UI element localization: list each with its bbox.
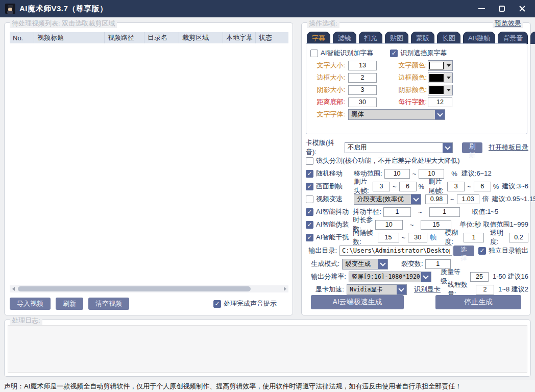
threads-field[interactable]	[476, 285, 494, 295]
maximize-button[interactable]	[494, 2, 509, 15]
video-list-body[interactable]	[10, 43, 288, 284]
ai-disguise-checkbox[interactable]	[306, 221, 313, 229]
tab-other[interactable]: 其他	[530, 32, 535, 44]
ai-add-subtitle-label: AI智能识别加字幕	[321, 48, 373, 58]
stop-generate-button[interactable]: 停止生成	[435, 295, 521, 309]
text-color-combo[interactable]	[428, 60, 453, 71]
font-select-value: 黑体	[349, 110, 435, 119]
interval-to-field[interactable]	[408, 233, 427, 242]
tab-filter[interactable]: 滤镜	[333, 32, 356, 44]
detect-gpu-link[interactable]: 识别显卡	[414, 285, 441, 294]
ai-shake-checkbox[interactable]	[306, 208, 313, 216]
maximize-icon	[499, 6, 505, 12]
gen-mode-select[interactable]: 裂变生成	[342, 259, 388, 270]
shadow-size-label: 阴影大小:	[306, 85, 345, 94]
horizontal-scrollbar[interactable]	[10, 285, 288, 292]
import-video-button[interactable]: 导入视频	[10, 298, 51, 310]
minimize-button[interactable]	[474, 2, 489, 15]
chevron-down-icon	[421, 272, 431, 282]
interval-label: 间隔帧数:	[353, 228, 375, 247]
open-template-dir-link[interactable]: 打开模板目录	[489, 143, 528, 152]
col-path[interactable]: 视频路径	[105, 32, 144, 43]
ai-add-subtitle-checkbox[interactable]	[310, 50, 318, 57]
lens-split-checkbox[interactable]	[306, 157, 313, 165]
refresh-list-button[interactable]: 刷新	[56, 298, 83, 310]
window-title: AI魔术师V3.7（尊享版）	[19, 4, 108, 14]
col-dir[interactable]: 目录名	[144, 32, 179, 43]
tilde: ~	[402, 234, 406, 241]
template-select[interactable]: 不启用	[345, 142, 453, 153]
independent-output-checkbox[interactable]	[478, 247, 486, 255]
shake-radius-to-field[interactable]	[429, 207, 460, 217]
duration-from-field[interactable]	[375, 220, 403, 230]
scroll-left-icon[interactable]	[10, 285, 17, 292]
move-range-from-field[interactable]	[384, 169, 410, 179]
blur-field[interactable]	[464, 233, 484, 242]
resolution-select[interactable]: 竖屏[9:16]-1080*1920	[349, 272, 431, 282]
interval-from-field[interactable]	[378, 233, 399, 242]
scrollbar-track[interactable]	[17, 286, 281, 291]
border-size-label: 边框大小:	[306, 73, 345, 82]
frame-delete-checkbox[interactable]	[306, 183, 313, 190]
col-subtitle[interactable]: 本地字幕	[223, 32, 256, 43]
speed-from-field[interactable]	[425, 194, 448, 204]
border-color-label: 边框颜色:	[388, 73, 427, 82]
random-move-checkbox[interactable]	[306, 170, 313, 178]
chevron-down-icon	[378, 259, 387, 269]
font-label: 文字字体:	[306, 110, 345, 119]
close-button[interactable]	[515, 2, 530, 15]
shadow-color-combo[interactable]	[428, 85, 453, 95]
sound-alert-checkbox[interactable]	[213, 300, 221, 308]
speed-unit: 倍	[482, 194, 489, 204]
tab-bg-audio[interactable]: 背景音	[498, 32, 528, 44]
chars-per-line-field[interactable]	[428, 97, 452, 107]
log-area[interactable]	[8, 325, 527, 373]
lens-split-label: 镜头分割(核心功能，不开启差异化处理大大降低)	[316, 156, 460, 165]
clear-videos-button[interactable]: 清空视频	[88, 298, 129, 310]
text-color-label: 文字颜色:	[388, 61, 427, 70]
col-status[interactable]: 状态	[256, 32, 287, 43]
chevron-down-icon	[411, 194, 421, 204]
text-size-field[interactable]	[348, 61, 377, 70]
tail-frames-to-field[interactable]	[474, 182, 491, 191]
speed-change-checkbox[interactable]	[306, 195, 313, 203]
choose-dir-button[interactable]: 选择	[453, 246, 474, 256]
tab-mask[interactable]: 蒙版	[411, 32, 434, 44]
tab-long-image[interactable]: 长图	[437, 32, 460, 44]
mask-original-checkbox[interactable]	[390, 50, 398, 57]
head-frames-from-field[interactable]	[373, 182, 390, 191]
tab-sticker[interactable]: 贴图	[385, 32, 408, 44]
col-title[interactable]: 视频标题	[34, 32, 105, 43]
text-color-swatch	[429, 62, 444, 69]
preview-effect-link[interactable]: 预览效果	[493, 19, 523, 28]
speed-mode-select[interactable]: 分段变速(效率优	[354, 194, 421, 205]
scroll-right-icon[interactable]	[281, 285, 288, 292]
cloud-generate-button[interactable]: AI云端极速生成	[311, 295, 404, 309]
head-frames-to-field[interactable]	[399, 182, 417, 191]
video-list-group-label: 待处理视频列表: 双击选取裁剪区域	[10, 19, 117, 28]
shadow-size-field[interactable]	[348, 85, 377, 95]
output-dir-input[interactable]	[339, 246, 452, 256]
tilde: ~	[418, 208, 422, 216]
options-group-label: 操作选项:	[307, 19, 339, 28]
bottom-distance-field[interactable]	[348, 97, 377, 107]
ai-interfere-checkbox[interactable]	[306, 234, 313, 241]
col-crop[interactable]: 裁剪区域	[179, 32, 223, 43]
gpu-select[interactable]: Nvidia显卡	[347, 284, 407, 295]
border-color-combo[interactable]	[428, 72, 453, 83]
chevron-down-icon	[435, 110, 445, 119]
tail-frames-from-field[interactable]	[447, 182, 465, 191]
font-select[interactable]: 黑体	[348, 109, 445, 120]
shake-radius-from-field[interactable]	[383, 207, 411, 217]
border-size-field[interactable]	[348, 73, 377, 83]
tab-sweep-light[interactable]: 扫光	[359, 32, 382, 44]
opacity-field[interactable]	[509, 233, 528, 242]
col-no[interactable]: No.	[10, 32, 34, 43]
scrollbar-thumb[interactable]	[18, 286, 251, 291]
tab-subtitle[interactable]: 字幕	[307, 32, 330, 44]
template-select-value: 不启用	[345, 143, 443, 153]
disclaimer-text: 声明：AI魔术师是一款视频全自动剪辑软件，仅用于个人原创视频制作、提高剪辑效率，…	[4, 382, 461, 391]
tab-ab-blend[interactable]: AB融帧	[463, 32, 495, 44]
speed-to-field[interactable]	[457, 194, 479, 204]
refresh-template-button[interactable]: 刷新	[462, 142, 482, 153]
